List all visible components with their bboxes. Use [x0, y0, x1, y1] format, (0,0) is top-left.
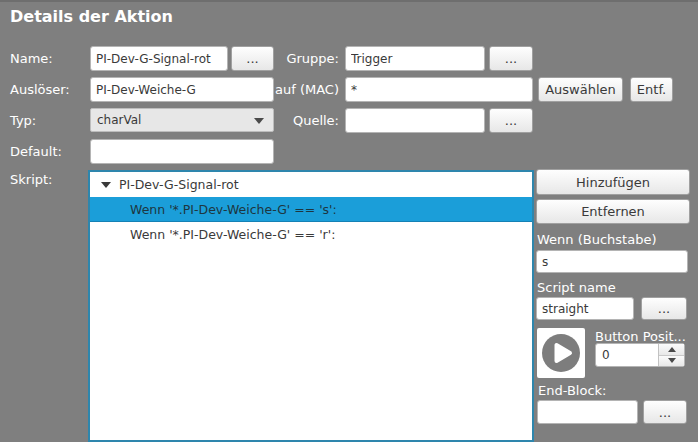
entf-button[interactable]: Entf.: [630, 77, 673, 102]
auf-mac-input[interactable]: [345, 77, 533, 102]
play-icon: [541, 333, 581, 373]
default-input[interactable]: [90, 139, 274, 164]
name-input[interactable]: [90, 46, 228, 71]
window-top-edge: [0, 0, 698, 2]
tree-row-wenn-r-label: Wenn '*.PI-Dev-Weiche-G' == 'r':: [130, 222, 335, 247]
tree-row-wenn-r[interactable]: Wenn '*.PI-Dev-Weiche-G' == 'r':: [90, 222, 532, 247]
end-block-browse-button[interactable]: ...: [643, 400, 687, 424]
dialog-title: Details der Aktion: [10, 7, 173, 26]
end-block-label: End-Block:: [538, 383, 606, 398]
script-tree[interactable]: PI-Dev-G-Signal-rot Wenn '*.PI-Dev-Weich…: [88, 170, 534, 442]
script-name-input[interactable]: [536, 297, 634, 320]
script-name-label: Script name: [537, 280, 616, 295]
arrow-down-icon: [668, 358, 676, 363]
auf-mac-label: auf (MAC): [268, 82, 339, 97]
play-button[interactable]: [537, 328, 585, 378]
gruppe-label: Gruppe:: [268, 51, 339, 66]
button-position-value: 0: [602, 344, 610, 366]
default-label: Default:: [10, 144, 62, 159]
auswaehlen-button[interactable]: Auswählen: [538, 77, 623, 102]
ausloeser-input[interactable]: [90, 77, 274, 102]
entfernen-button[interactable]: Entfernen: [536, 199, 690, 224]
typ-label: Typ:: [10, 113, 36, 128]
tree-expander-icon[interactable]: [101, 182, 111, 188]
button-position-stepper[interactable]: 0: [595, 343, 685, 367]
typ-dropdown-value: charVal: [97, 113, 141, 127]
stepper-buttons: [658, 344, 684, 366]
quelle-browse-button[interactable]: ...: [489, 108, 533, 133]
quelle-input[interactable]: [345, 108, 485, 133]
button-position-label: Button Posit...: [595, 329, 686, 344]
wenn-buchstabe-input[interactable]: [536, 250, 688, 273]
tree-root-row[interactable]: PI-Dev-G-Signal-rot: [90, 172, 532, 197]
hinzufuegen-button[interactable]: Hinzufügen: [536, 169, 690, 195]
skript-label: Skript:: [10, 172, 52, 187]
tree-row-wenn-s[interactable]: Wenn '*.PI-Dev-Weiche-G' == 's':: [90, 197, 532, 222]
tree-row-wenn-s-label: Wenn '*.PI-Dev-Weiche-G' == 's':: [130, 197, 337, 222]
end-block-input[interactable]: [537, 400, 638, 424]
spin-up-button[interactable]: [659, 344, 684, 355]
script-name-browse-button[interactable]: ...: [641, 297, 687, 320]
gruppe-browse-button[interactable]: ...: [489, 46, 533, 71]
arrow-up-icon: [668, 347, 676, 352]
tree-root-label: PI-Dev-G-Signal-rot: [119, 172, 239, 197]
name-label: Name:: [10, 51, 53, 66]
ausloeser-label: Auslöser:: [10, 82, 70, 97]
quelle-label: Quelle:: [268, 113, 339, 128]
chevron-down-icon: [254, 118, 264, 124]
spin-down-button[interactable]: [659, 355, 684, 367]
wenn-buchstabe-label: Wenn (Buchstabe): [537, 232, 656, 247]
typ-dropdown[interactable]: charVal: [90, 108, 274, 132]
gruppe-input[interactable]: [345, 46, 485, 71]
